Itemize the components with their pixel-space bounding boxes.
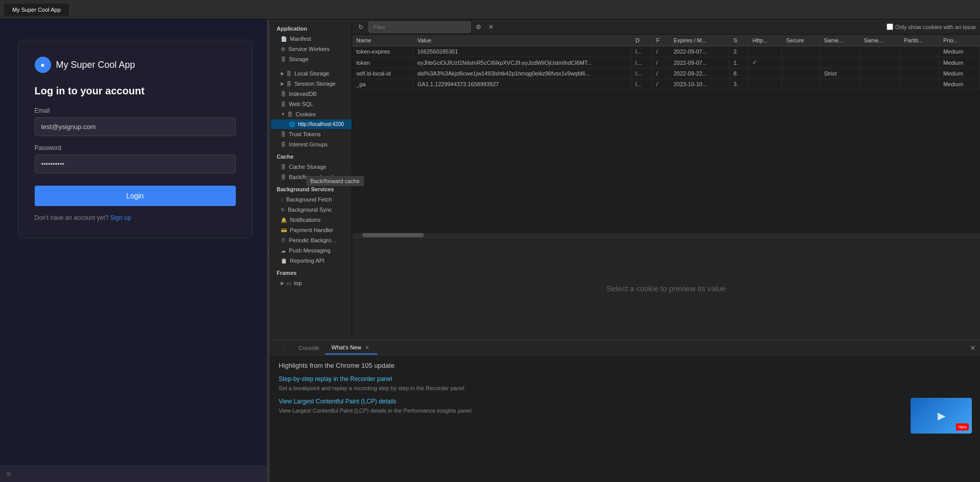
app-preview: ● My Super Cool App Log in to your accou… (0, 19, 271, 482)
sidebar-item-payment-handler[interactable]: 💳 Payment Handler (271, 225, 352, 235)
bg-fetch-icon: ↕ (281, 197, 283, 202)
table-cell: l... (631, 46, 652, 57)
email-input[interactable] (35, 117, 236, 136)
news-desc-1: Set a breakpoint and replay a recording … (279, 385, 465, 391)
app-header: ● My Super Cool App (35, 57, 236, 73)
sidebar-item-cookies[interactable]: ▼ 🗄 Cookies (271, 109, 352, 119)
col-header-s[interactable]: S (729, 35, 748, 46)
col-header-same1[interactable]: Same... (820, 35, 860, 46)
horizontal-scrollbar[interactable] (352, 233, 980, 237)
col-header-value[interactable]: Value (413, 35, 631, 46)
col-header-same2[interactable]: Same... (860, 35, 899, 46)
login-card: ● My Super Cool App Log in to your accou… (18, 40, 253, 238)
password-group: Password (35, 144, 236, 173)
table-row[interactable]: token-expires1662560285301l.../2022-09-0… (352, 46, 980, 57)
devtools-panel: Application 📄 Manifest ⚙ Service Workers… (271, 19, 980, 482)
table-cell (782, 68, 820, 79)
frame-icon: ▭ (286, 281, 291, 286)
table-cell: Medium (939, 46, 979, 57)
table-row[interactable]: _gaGA1.1.1229944373.1658993927l.../2023-… (352, 79, 980, 90)
horizontal-scroll-thumb[interactable] (362, 233, 424, 237)
settings-button[interactable]: ⚙ (474, 22, 483, 32)
indexeddb-icon: 🗄 (281, 91, 286, 97)
login-button[interactable]: Login (35, 186, 236, 206)
sidebar-item-manifest[interactable]: 📄 Manifest (271, 34, 352, 44)
sidebar-item-websql[interactable]: 🗄 Web SQL (271, 99, 352, 109)
table-cell: 2022-09-07... (669, 57, 729, 68)
table-cell: _ga (352, 79, 413, 90)
news-text-1: Step-by-step replay in the Recorder pane… (279, 375, 972, 392)
sidebar-item-reporting-api[interactable]: 📋 Reporting API (271, 256, 352, 266)
sidebar-item-bg-fetch[interactable]: ↕ Background Fetch (271, 194, 352, 205)
cookie-preview: Select a cookie to preview its value (352, 237, 980, 339)
sidebar-item-cookies-localhost[interactable]: 🌐 http://localhost:4200 (271, 119, 352, 129)
sidebar-item-bg-sync[interactable]: ↻ Background Sync (271, 205, 352, 215)
app-inner: ● My Super Cool App Log in to your accou… (0, 19, 270, 466)
password-label: Password (35, 144, 236, 151)
signup-link[interactable]: Sign up (110, 214, 131, 221)
sidebar-item-frames-top[interactable]: ▶ ▭ top (271, 278, 352, 288)
sidebar-item-notifications[interactable]: 🔔 Notifications (271, 215, 352, 225)
sidebar: Application 📄 Manifest ⚙ Service Workers… (271, 19, 352, 339)
col-header-name[interactable]: Name (352, 35, 413, 46)
table-cell: / (652, 68, 669, 79)
news-link-2[interactable]: View Largest Contentful Paint (LCP) deta… (279, 398, 902, 405)
bottom-tab-options[interactable]: ⋮ (275, 341, 292, 354)
sidebar-item-back-forward-cache[interactable]: 🗄 Back/forward cache (271, 172, 352, 182)
refresh-button[interactable]: ↻ (356, 22, 365, 32)
sidebar-item-indexeddb[interactable]: 🗄 IndexedDB (271, 89, 352, 99)
password-input[interactable] (35, 155, 236, 173)
tab-console[interactable]: Console (292, 342, 325, 354)
sidebar-item-push-messaging[interactable]: ☁ Push Messaging (271, 245, 352, 256)
col-header-f[interactable]: F (652, 35, 669, 46)
table-cell: l... (631, 68, 652, 79)
news-thumbnail: ▶ new (911, 398, 972, 434)
col-header-prio[interactable]: Prio... (939, 35, 979, 46)
sidebar-item-periodic-bg-sync[interactable]: ⏱ Periodic Background Sync (271, 235, 352, 245)
news-link-1[interactable]: Step-by-step replay in the Recorder pane… (279, 375, 972, 383)
col-header-expires[interactable]: Expires / M... (669, 35, 729, 46)
table-cell: token-expires (352, 46, 413, 57)
frames-section-header: Frames (271, 266, 352, 278)
clear-button[interactable]: ✕ (486, 22, 496, 32)
only-issues-checkbox[interactable] (887, 23, 893, 30)
browser-tab-app[interactable]: My Super Cool App (4, 4, 69, 16)
only-issues-label[interactable]: Only show cookies with an issue (887, 23, 976, 30)
table-cell: 2022-09-22... (669, 68, 729, 79)
table-cell: self.id-local-id (352, 68, 413, 79)
sidebar-item-trust-tokens[interactable]: 🗄 Trust Tokens (271, 129, 352, 139)
table-cell: ✓ (748, 57, 782, 68)
bottom-bar-icon: ≡ (6, 470, 11, 479)
table-cell: 3. (729, 79, 748, 90)
sidebar-item-storage[interactable]: 🗄 Storage (271, 54, 352, 64)
table-row[interactable]: self.id-local-iddid%3A3%3Akjzl6cwe1jw149… (352, 68, 980, 79)
cookie-table-container: Name Value D F Expires / M... S Http... … (352, 35, 980, 233)
filter-input[interactable] (369, 21, 471, 33)
table-cell: Medium (939, 68, 979, 79)
sidebar-item-cache-storage[interactable]: 🗄 Cache Storage (271, 162, 352, 172)
table-cell (860, 57, 899, 68)
table-cell: l... (631, 79, 652, 90)
tab-whats-new[interactable]: What's New ✕ (325, 341, 377, 354)
table-cell (899, 46, 939, 57)
storage-section-header (271, 64, 352, 68)
table-cell (782, 46, 820, 57)
tab-bar: My Super Cool App (4, 4, 69, 16)
col-header-d[interactable]: D (631, 35, 652, 46)
table-row[interactable]: tokeneyJhbGciOiJIUzI1NiIsInR5cCI6IkpXVCJ… (352, 57, 980, 68)
table-cell: / (652, 46, 669, 57)
col-header-http[interactable]: Http... (748, 35, 782, 46)
col-header-parti[interactable]: Partiti... (899, 35, 939, 46)
cookies-localhost-icon: 🌐 (289, 121, 295, 127)
sidebar-item-local-storage[interactable]: ▶ 🗄 Local Storage (271, 68, 352, 79)
whats-new-close-icon[interactable]: ✕ (363, 345, 371, 350)
sidebar-item-service-workers[interactable]: ⚙ Service Workers (271, 44, 352, 54)
resize-handle[interactable]: ⋮ (267, 19, 270, 482)
table-cell: did%3A3%3Akjzl6cwe1jw1493lshtk42p1hmqg0e… (413, 68, 631, 79)
app-bottom-bar: ≡ (0, 466, 270, 482)
col-header-secure[interactable]: Secure (782, 35, 820, 46)
sidebar-item-session-storage[interactable]: ▶ 🗄 Session Storage (271, 79, 352, 89)
bg-services-section-header: Background Services (271, 182, 352, 194)
sidebar-item-interest-groups[interactable]: 🗄 Interest Groups (271, 139, 352, 149)
bottom-panel-close-button[interactable]: ✕ (970, 344, 976, 352)
